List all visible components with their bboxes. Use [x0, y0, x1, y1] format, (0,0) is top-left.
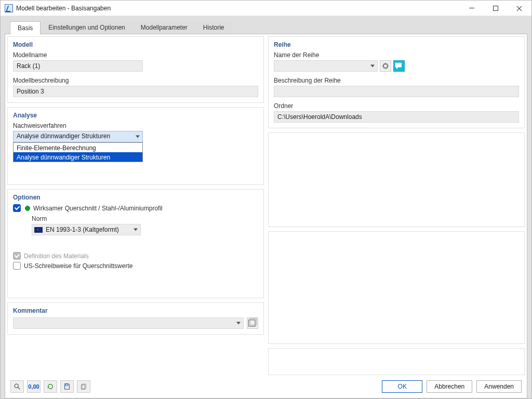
columns: Modell Modellname Modellbeschreibung Ana…	[5, 34, 527, 375]
group-title-modell: Modell	[13, 41, 258, 48]
tabbar: Basis Einstellungen und Optionen Modellp…	[5, 20, 527, 34]
dropdown-list-nachweisverfahren: Finite-Elemente-Berechnung Analyse dünnw…	[13, 142, 143, 162]
kommentar-pick-button[interactable]	[247, 317, 258, 329]
status-dot-icon	[25, 206, 30, 211]
window-title: Modell bearbeiten - Basisangaben	[16, 5, 111, 12]
svg-point-2	[15, 384, 18, 388]
input-kommentar[interactable]	[13, 317, 244, 329]
group-kommentar: Kommentar	[7, 302, 264, 335]
right-column: Reihe Name der Reihe	[268, 36, 525, 375]
dropdown-item-thinwalled[interactable]: Analyse dünnwandiger Strukturen	[14, 152, 142, 162]
tab-historie[interactable]: Historie	[195, 21, 232, 34]
minimize-button[interactable]	[460, 1, 484, 16]
label-norm: Norm	[32, 215, 258, 222]
footer-tools: 0,00	[10, 380, 90, 393]
tabpage-basis: Modell Modellname Modellbeschreibung Ana…	[5, 34, 527, 398]
gear-icon	[383, 63, 388, 69]
row-definition-material: Definition des Materials	[13, 252, 258, 260]
label-wirksamer-querschnitt: Wirksamer Querschnitt / Stahl-/Aluminium…	[33, 205, 163, 212]
checkbox-us-schreibweise[interactable]	[13, 262, 21, 270]
ok-button[interactable]: OK	[382, 380, 422, 393]
tab-einstellungen[interactable]: Einstellungen und Optionen	[41, 21, 132, 34]
anwenden-button[interactable]: Anwenden	[476, 380, 522, 393]
input-beschreibung-der-reihe[interactable]	[274, 86, 519, 97]
window-controls	[460, 1, 531, 16]
dialog-window: Modell bearbeiten - Basisangaben Basis E…	[0, 0, 532, 399]
input-name-der-reihe[interactable]	[274, 60, 378, 72]
empty-group-3	[268, 348, 525, 375]
checkbox-definition-material	[13, 252, 21, 260]
label-us-schreibweise: US-Schreibweise für Querschnittswerte	[24, 262, 132, 270]
svg-line-3	[18, 388, 20, 390]
checkbox-wirksamer-querschnitt[interactable]	[13, 204, 21, 212]
minimize-icon	[469, 8, 474, 8]
label-ordner: Ordner	[274, 102, 519, 110]
tool-save-button[interactable]	[60, 380, 74, 393]
empty-group-1	[268, 132, 525, 227]
titlebar: Modell bearbeiten - Basisangaben	[1, 1, 531, 16]
reihe-buttons	[380, 60, 405, 72]
label-modellbeschreibung: Modellbeschreibung	[13, 77, 258, 84]
norm-value: EN 1993-1-3 (Kaltgeformt)	[46, 226, 119, 233]
tab-basis[interactable]: Basis	[10, 21, 41, 34]
empty-group-2	[268, 231, 525, 344]
speech-bubble-icon	[394, 61, 404, 71]
reihe-name-row	[274, 60, 519, 72]
label-modellname: Modellname	[13, 51, 258, 59]
tool-decimal-button[interactable]: 0,00	[27, 380, 41, 393]
input-modellbeschreibung[interactable]	[13, 86, 258, 97]
tool-refresh-button[interactable]	[44, 380, 57, 393]
row-wirksamer-querschnitt: Wirksamer Querschnitt / Stahl-/Aluminium…	[13, 204, 258, 212]
eu-flag-icon	[34, 227, 43, 233]
client-area: Basis Einstellungen und Optionen Modellp…	[1, 16, 531, 398]
group-title-optionen: Optionen	[13, 194, 258, 201]
footer-buttons: OK Abbrechen Anwenden	[382, 380, 522, 393]
tool-copy-button[interactable]	[77, 380, 90, 393]
reihe-info-button[interactable]	[393, 60, 405, 72]
refresh-icon	[47, 383, 54, 390]
close-button[interactable]	[508, 1, 531, 16]
group-modell: Modell Modellname Modellbeschreibung	[7, 36, 264, 103]
dialog-footer: 0,00 OK Abbrechen Anwenden	[5, 375, 527, 398]
left-column: Modell Modellname Modellbeschreibung Ana…	[7, 36, 264, 375]
group-title-kommentar: Kommentar	[13, 307, 258, 314]
group-title-reihe: Reihe	[274, 41, 519, 48]
norm-row: EN 1993-1-3 (Kaltgeformt)	[32, 224, 258, 235]
group-analyse: Analyse Nachweisverfahren Analyse dünnwa…	[7, 107, 264, 185]
label-beschreibung-der-reihe: Beschreibung der Reihe	[274, 77, 519, 84]
norm-block: Norm EN 1993-1-3 (Kaltgeformt)	[32, 215, 258, 235]
input-ordner[interactable]	[274, 111, 519, 123]
dropdown-nachweisverfahren-display[interactable]: Analyse dünnwandiger Strukturen	[13, 131, 143, 142]
row-us-schreibweise: US-Schreibweise für Querschnittswerte	[13, 262, 258, 270]
maximize-icon	[493, 6, 498, 11]
group-reihe: Reihe Name der Reihe	[268, 36, 525, 128]
tab-modellparameter[interactable]: Modellparameter	[133, 21, 195, 34]
input-modellname[interactable]	[13, 60, 143, 72]
abbrechen-button[interactable]: Abbrechen	[427, 380, 472, 393]
copy-icon	[80, 383, 87, 390]
dropdown-norm[interactable]: EN 1993-1-3 (Kaltgeformt)	[32, 224, 141, 235]
note-icon	[247, 318, 258, 328]
label-nachweisverfahren: Nachweisverfahren	[13, 122, 258, 129]
search-icon	[14, 383, 21, 390]
dropdown-nachweisverfahren[interactable]: Analyse dünnwandiger Strukturen Finite-E…	[13, 131, 143, 142]
tool-search-button[interactable]	[10, 380, 24, 393]
group-title-analyse: Analyse	[13, 112, 258, 119]
maximize-button[interactable]	[484, 1, 508, 16]
group-optionen: Optionen Wirksamer Querschnitt / Stahl-/…	[7, 189, 264, 298]
close-icon	[517, 6, 522, 11]
kommentar-row	[13, 317, 258, 329]
label-name-der-reihe: Name der Reihe	[274, 51, 519, 59]
dropdown-item-fem[interactable]: Finite-Elemente-Berechnung	[14, 143, 142, 152]
app-icon	[5, 4, 13, 12]
save-icon	[63, 383, 71, 390]
label-definition-material: Definition des Materials	[24, 252, 89, 260]
reihe-settings-button[interactable]	[380, 60, 391, 72]
